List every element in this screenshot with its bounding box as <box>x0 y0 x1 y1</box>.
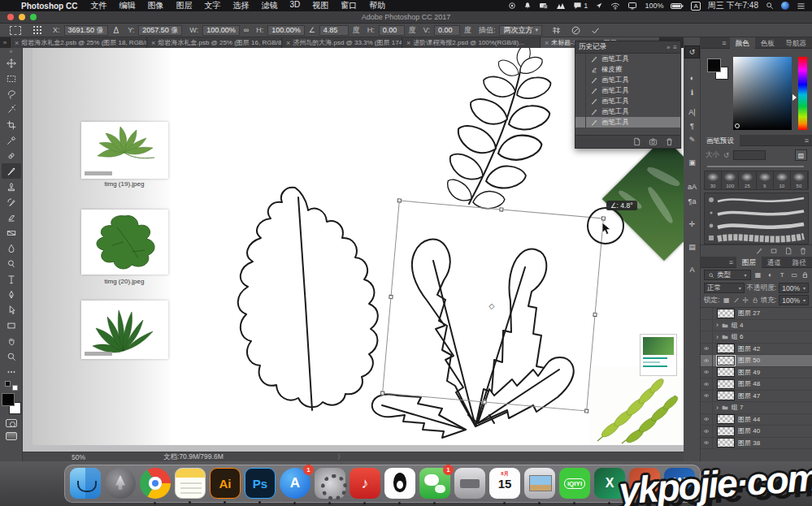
tab-close-icon[interactable]: × <box>15 39 19 47</box>
lock-transparent-icon[interactable]: ▦ <box>722 296 731 304</box>
layer-visibility-toggle[interactable] <box>701 426 713 437</box>
menu-item[interactable]: 图像 <box>147 0 163 11</box>
reset-icon[interactable]: ↺ <box>723 151 729 159</box>
layer-visibility-toggle[interactable] <box>701 438 713 449</box>
tool-button[interactable] <box>2 271 21 287</box>
layer-name[interactable]: 图层 40 <box>738 426 760 435</box>
dock-app-icon[interactable]: ♪ <box>350 468 380 499</box>
delete-brush-icon[interactable] <box>799 247 807 255</box>
x-input[interactable]: 3691.50 像 <box>64 25 108 36</box>
history-source-checkbox[interactable] <box>575 54 586 64</box>
dock-app-icon[interactable]: 1 <box>419 468 450 499</box>
layer-visibility-toggle[interactable] <box>701 320 713 331</box>
cancel-transform-button[interactable] <box>571 25 581 36</box>
link-dimensions-icon[interactable]: ∞ <box>244 26 249 34</box>
menu-item[interactable]: 选择 <box>232 0 249 11</box>
transform-handle[interactable] <box>499 207 503 211</box>
color-swatches[interactable] <box>707 58 728 80</box>
history-source-checkbox[interactable] <box>575 85 586 96</box>
panel-dock-icon[interactable]: A <box>684 263 700 276</box>
input-source-indicator[interactable]: A <box>691 2 700 11</box>
layer-name[interactable]: 图层 48 <box>738 379 760 388</box>
history-state-row[interactable]: 画笔工具 <box>575 117 680 128</box>
dock-app-icon[interactable] <box>315 468 345 499</box>
document-tab[interactable]: × 熔岩海水礼盒.psb @ 25% (图层 16, RGB/8... <box>147 37 282 48</box>
document-tab[interactable]: × 熔岩海水礼盒2.psb @ 25% (图层 18, RGB/8... <box>11 37 147 48</box>
layer-row[interactable]: › 图层 47 <box>701 391 812 403</box>
history-source-checkbox[interactable] <box>575 106 586 117</box>
siri-icon[interactable] <box>781 2 789 10</box>
quick-mask-button[interactable] <box>6 419 17 427</box>
layer-name[interactable]: 图层 49 <box>738 368 760 377</box>
tool-button[interactable] <box>2 287 21 302</box>
transform-handle[interactable] <box>584 409 588 413</box>
panel-menu-icon[interactable]: ≡ <box>722 39 726 47</box>
dock-app-icon[interactable] <box>175 468 206 499</box>
document-size-info[interactable]: 文档:70.9M/799.6M <box>163 452 224 462</box>
group-folder-icon[interactable]: › <box>716 333 730 341</box>
lock-all-icon[interactable] <box>752 296 758 304</box>
panel-dock-icon[interactable]: ◐ <box>684 71 700 84</box>
width-input[interactable]: 100.00% <box>202 25 240 36</box>
layer-thumbnail[interactable] <box>717 426 735 436</box>
layer-row[interactable]: › 组 7 <box>701 402 812 414</box>
tool-button[interactable] <box>2 225 21 240</box>
brush-tip-cell[interactable]: 100 <box>722 171 739 189</box>
new-document-from-state-icon[interactable] <box>632 137 641 146</box>
layer-visibility-toggle[interactable] <box>701 331 713 343</box>
panel-dock-icon[interactable]: ▣ <box>684 156 700 169</box>
layer-row[interactable]: › 图层 49 <box>701 367 812 379</box>
bell-icon[interactable] <box>523 2 532 10</box>
opacity-select[interactable]: 100%▾ <box>779 283 809 293</box>
foreground-background-swatch[interactable] <box>2 393 21 414</box>
document-tab[interactable]: × 进阶课程海报2.psd @ 100%(RGB/8)... <box>402 37 541 48</box>
panel-dock-icon[interactable]: ✛ <box>684 218 700 231</box>
document-tab[interactable]: × 济州岛的大海.psd @ 33.3% (图层 174, RGB/8... <box>282 37 402 48</box>
panel-tab[interactable]: 色板 <box>755 37 780 49</box>
status-menu-arrow[interactable]: 〉 <box>337 452 345 462</box>
commit-transform-button[interactable] <box>590 25 601 36</box>
dock-app-icon[interactable] <box>384 468 415 499</box>
app-menu-title[interactable]: Photoshop CC <box>21 2 77 11</box>
tab-close-icon[interactable]: × <box>406 39 410 47</box>
panel-tab[interactable]: 通道 <box>762 257 787 268</box>
panel-dock-icon[interactable]: ▤ <box>684 240 700 253</box>
tool-button[interactable] <box>2 194 21 210</box>
delete-state-icon[interactable] <box>665 137 674 146</box>
menu-item[interactable]: 编辑 <box>119 0 135 11</box>
transform-handle[interactable] <box>482 400 486 404</box>
group-folder-icon[interactable]: › <box>716 404 730 412</box>
dock-app-icon[interactable] <box>524 468 555 499</box>
tool-button[interactable] <box>2 240 21 256</box>
vskew-input[interactable]: 0.00 <box>434 25 460 36</box>
tool-button[interactable] <box>2 179 21 194</box>
layer-name[interactable]: 图层 44 <box>738 415 760 424</box>
panel-dock-icon[interactable]: ℹ <box>684 86 700 99</box>
layer-thumbnail[interactable] <box>717 309 735 318</box>
tool-button[interactable] <box>2 333 21 348</box>
filter-adjustment-icon[interactable]: ◐ <box>765 271 775 279</box>
dock-app-icon[interactable] <box>454 468 485 499</box>
brush-size-slider[interactable] <box>707 166 804 167</box>
panel-collapse-icon[interactable]: » <box>667 44 670 51</box>
layer-visibility-toggle[interactable] <box>701 391 713 402</box>
layer-thumbnail[interactable] <box>717 367 735 377</box>
transform-bounding-box[interactable]: ◇ <box>382 200 604 411</box>
layer-name[interactable]: 图层 47 <box>738 391 760 400</box>
brush-tip-cell[interactable]: 10 <box>774 171 791 189</box>
group-chevron-icon[interactable]: › <box>716 333 719 341</box>
notification-center-icon[interactable] <box>797 2 805 10</box>
dock-app-icon[interactable] <box>105 468 136 499</box>
interpolation-select[interactable]: 两次立方▾ <box>499 25 542 36</box>
chat-indicator[interactable]: 1 <box>573 2 588 10</box>
brush-presets-tab[interactable]: 画笔预设 <box>701 135 740 146</box>
dock-app-icon[interactable] <box>70 468 101 499</box>
layer-row[interactable]: › 图层 38 <box>701 438 812 450</box>
transform-handle[interactable] <box>380 391 384 395</box>
panel-dock-icon[interactable]: ¶ <box>684 119 700 132</box>
lock-position-icon[interactable] <box>742 296 749 304</box>
tool-button[interactable] <box>2 210 21 225</box>
tool-button[interactable] <box>2 364 21 379</box>
brush-tip-cell[interactable]: 9 <box>757 171 774 189</box>
zoom-level[interactable]: 50% <box>72 453 85 461</box>
